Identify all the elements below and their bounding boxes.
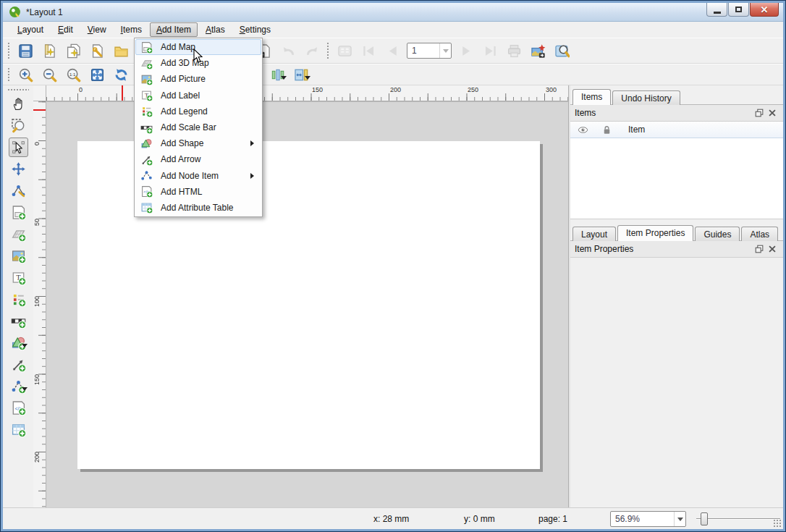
menu-add-node-item[interactable]: Add Node Item [135, 168, 261, 184]
menu-item-icon [140, 105, 153, 117]
menu-add-scale-bar[interactable]: Add Scale Bar [135, 119, 261, 135]
menu-edit[interactable]: Edit [51, 22, 80, 37]
atlas-toolbar-handle[interactable] [326, 42, 330, 59]
export-atlas-icon[interactable] [528, 41, 547, 60]
select-move-item-tool[interactable] [9, 138, 28, 157]
close-panel-button[interactable] [766, 242, 779, 256]
atlas-previous-feature-icon[interactable] [383, 41, 402, 60]
zoom-full-icon[interactable] [88, 65, 106, 84]
float-panel-button[interactable] [753, 242, 766, 256]
atlas-preview-icon[interactable] [335, 41, 354, 60]
ruler-label: 150 [312, 86, 323, 93]
toolbox-handle[interactable] [7, 88, 28, 92]
items-list[interactable] [570, 138, 783, 219]
item-properties-panel-title: Item Properties [575, 244, 753, 254]
close-button[interactable]: ✕ [750, 3, 779, 17]
menu-item-label: Add Arrow [161, 154, 250, 164]
zoom-level-combo[interactable]: 56.9% [610, 511, 686, 527]
add-arrow-tool[interactable] [9, 355, 28, 374]
atlas-page-combo[interactable]: 1 [407, 43, 452, 59]
main-area: 0150200250300 050100150200 Items Und [3, 85, 783, 507]
menu-layout[interactable]: Layout [11, 22, 50, 37]
zoom-slider-thumb[interactable] [701, 512, 708, 525]
add-node-item-tool[interactable] [9, 376, 28, 396]
toolbar-handle[interactable] [7, 42, 11, 59]
add-map-tool[interactable] [9, 203, 28, 222]
menubar: Layout Edit View Items Add Item Atlas Se… [3, 22, 783, 38]
atlas-settings-icon[interactable] [552, 41, 571, 60]
layout-manager-icon[interactable] [88, 41, 106, 60]
close-icon: ✕ [761, 4, 769, 15]
save-project-icon[interactable] [16, 41, 35, 60]
atlas-page-caret-icon[interactable] [439, 43, 451, 58]
menu-add-legend[interactable]: Add Legend [135, 104, 261, 119]
tab-layout[interactable]: Layout [572, 227, 616, 241]
float-panel-button[interactable] [753, 106, 766, 119]
layout-toolbar: 1 [3, 38, 783, 64]
close-panel-button[interactable] [766, 106, 779, 119]
menu-add-item[interactable]: Add Item [150, 22, 198, 37]
atlas-last-feature-icon[interactable] [481, 41, 499, 60]
duplicate-layout-icon[interactable] [64, 41, 83, 60]
align-items-icon[interactable] [268, 65, 287, 84]
add-attribute-table-tool[interactable] [9, 420, 28, 439]
menu-item-icon [140, 57, 153, 69]
app-window: *Layout 1 ✕ Layout Edit View Items Add I… [0, 0, 786, 532]
add-picture-tool[interactable] [9, 246, 28, 266]
menu-items[interactable]: Items [114, 22, 148, 37]
tab-items[interactable]: Items [572, 89, 611, 105]
menu-atlas[interactable]: Atlas [199, 22, 232, 37]
ruler-label: 200 [390, 86, 401, 93]
menu-add-picture[interactable]: Add Picture [135, 71, 261, 87]
tab-undo-history[interactable]: Undo History [612, 90, 680, 105]
resize-grip-icon[interactable] [773, 519, 782, 528]
menu-settings[interactable]: Settings [233, 22, 277, 37]
dropdown-caret-icon [305, 80, 310, 84]
resize-items-icon[interactable] [292, 65, 310, 84]
redo-icon[interactable] [303, 41, 321, 60]
menu-item-label: Add Legend [161, 106, 250, 117]
add-scalebar-tool[interactable] [9, 311, 28, 331]
minimize-button[interactable] [706, 3, 727, 17]
zoom-slider[interactable] [696, 511, 780, 527]
menu-add-arrow[interactable]: Add Arrow [135, 151, 261, 167]
zoom-slider-groove [696, 518, 780, 520]
dropdown-caret-icon [22, 347, 27, 351]
edit-nodes-tool[interactable] [9, 181, 28, 200]
zoom-tool[interactable] [9, 116, 28, 135]
pan-tool[interactable] [9, 94, 28, 114]
menu-add-label[interactable]: Add Label [135, 88, 261, 104]
open-icon[interactable] [111, 41, 130, 60]
tab-item-properties[interactable]: Item Properties [617, 225, 693, 241]
add-3d-map-tool[interactable] [9, 224, 28, 244]
add-html-tool[interactable] [9, 398, 28, 418]
new-layout-icon[interactable] [40, 41, 59, 60]
add-legend-tool[interactable] [9, 290, 28, 309]
menu-add-attribute-table[interactable]: Add Attribute Table [135, 200, 261, 216]
zoom-in-icon[interactable] [16, 65, 35, 84]
print-atlas-icon[interactable] [504, 41, 523, 60]
tab-guides[interactable]: Guides [695, 227, 740, 241]
undo-icon[interactable] [279, 41, 297, 60]
refresh-view-icon[interactable] [111, 65, 130, 84]
menu-view[interactable]: View [81, 22, 113, 37]
cursor-x-readout: x: 28 mm [373, 514, 409, 524]
zoom-level-value: 56.9% [611, 514, 674, 524]
menu-add-shape[interactable]: Add Shape [135, 135, 261, 151]
tab-atlas[interactable]: Atlas [741, 227, 778, 241]
maximize-button[interactable] [728, 3, 749, 17]
toolbar-handle[interactable] [7, 67, 11, 82]
cursor-position-marker-y [33, 109, 46, 111]
atlas-first-feature-icon[interactable] [359, 41, 378, 60]
zoom-actual-icon[interactable] [64, 65, 83, 84]
atlas-next-feature-icon[interactable] [457, 41, 476, 60]
zoom-out-icon[interactable] [40, 65, 59, 84]
menu-add-html[interactable]: Add HTML [135, 184, 261, 200]
move-item-content-tool[interactable] [9, 159, 28, 179]
add-shape-tool[interactable] [9, 333, 28, 352]
maximize-icon [735, 7, 742, 12]
add-label-tool[interactable] [9, 268, 28, 287]
layout-canvas[interactable] [46, 101, 568, 507]
menu-item-icon [140, 41, 153, 54]
zoom-combo-caret-icon[interactable] [674, 512, 685, 526]
